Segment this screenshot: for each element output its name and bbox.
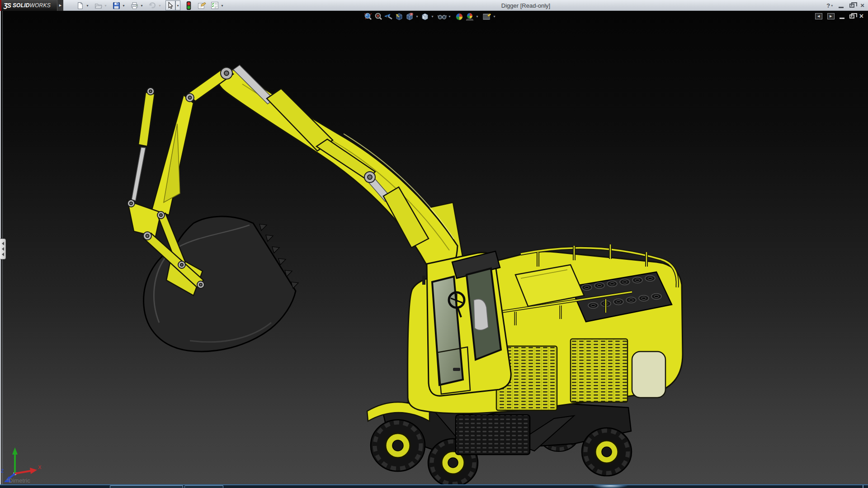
taskbar-button-edge-2[interactable] [184,485,223,488]
restore-icon [849,4,854,8]
wheel-rear-right[interactable] [582,428,632,476]
close-icon: × [860,1,864,9]
main-toolbar: ▾ ▾ ▾ [75,0,228,11]
open-button[interactable] [93,0,103,10]
view-orientation-label: *Dimetric [6,477,30,484]
selection-filter-button[interactable] [184,0,193,10]
taskbar-glow [593,485,627,488]
taskbar-button-edge[interactable] [110,485,183,488]
stick-group[interactable] [132,92,193,215]
options-dropdown[interactable]: ▾ [220,0,225,10]
windows-taskbar-edge[interactable] [0,484,868,488]
triad-x-arrow [30,468,37,474]
vent-grille-right[interactable] [571,339,627,402]
taskbar-divider [863,485,863,488]
new-dropdown[interactable]: ▾ [85,0,90,10]
menu-expand-icon: ▶ [59,4,61,7]
save-dropdown[interactable]: ▾ [121,0,126,10]
graphics-viewport[interactable]: ▾ ▾ ▾ [0,11,868,484]
restore-button[interactable] [849,4,854,8]
help-button[interactable]: ? ▾ [826,2,833,9]
options-checklist-icon [211,1,219,9]
titlebar: ƷS SOLIDWORKS ▶ ▾ ▾ [0,0,868,11]
file-properties-icon [198,1,206,9]
model-canvas[interactable]: X Z [0,11,868,484]
select-dropdown[interactable]: ▾ [175,0,180,10]
open-folder-icon [94,2,102,9]
door-handle [453,368,460,371]
triad-x-label: X [38,465,42,470]
file-properties-button[interactable] [197,0,207,10]
window-controls: ? ▾ × [826,0,864,11]
help-icon: ? [826,2,830,9]
open-dropdown[interactable]: ▾ [103,0,108,10]
menu-expand-button[interactable]: ▶ [57,0,63,11]
minimize-icon [839,7,844,8]
undo-icon [148,1,156,9]
cab-mirror [422,276,425,285]
options-button[interactable] [210,0,220,10]
triad-z-label: Z [1,468,4,474]
print-icon [131,2,138,9]
save-button[interactable] [111,0,121,10]
select-button[interactable] [165,0,175,10]
rear-panel[interactable] [632,352,665,398]
new-button[interactable] [75,0,85,10]
traffic-light-icon [186,1,191,10]
stick-cylinder-top[interactable] [233,65,375,180]
document-title: Digger [Read-only] [501,2,550,9]
minimize-button[interactable] [839,3,844,8]
undo-dropdown[interactable]: ▾ [157,0,162,10]
help-dropdown-icon: ▾ [831,4,833,8]
triad-y-arrow [12,447,18,455]
bucket-cylinder[interactable] [132,92,155,201]
brand-solid: SOLID [13,2,30,9]
print-button[interactable] [129,0,139,10]
close-button[interactable]: × [860,1,864,9]
solidworks-logo-icon: ƷS [4,2,11,9]
brand-works: WORKS [30,2,51,9]
solidworks-logo[interactable]: ƷS SOLIDWORKS [0,0,57,11]
save-floppy-icon [113,2,120,9]
select-cursor-icon [167,2,174,9]
new-document-icon [76,2,84,9]
print-dropdown[interactable]: ▾ [139,0,144,10]
undo-button[interactable] [147,0,157,10]
front-radiator-grid[interactable] [456,415,530,455]
wheel-front-left[interactable] [371,420,425,471]
